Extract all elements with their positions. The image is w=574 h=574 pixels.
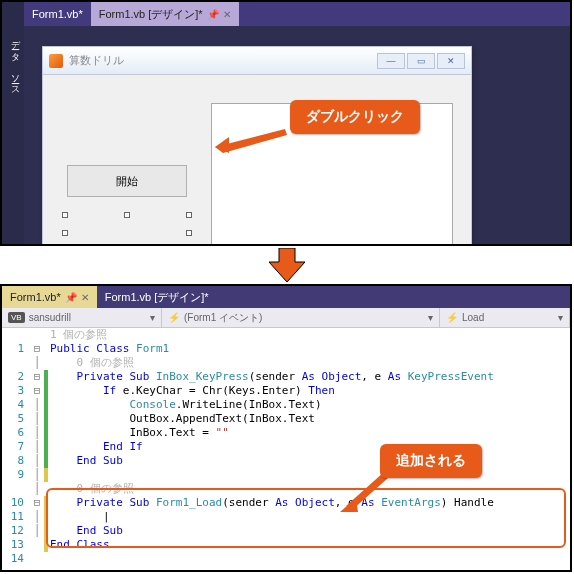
start-button[interactable]: 開始 [67,165,187,197]
tab-form1-design-bot[interactable]: Form1.vb [デザイン]* [97,286,217,308]
close-window-icon[interactable]: ✕ [437,53,465,69]
collapsed-toolbars: データ ソース サーバー エクスプローラー ツールボ [2,26,24,246]
document-tabs-top: Form1.vb* Form1.vb [デザイン]* 📌 ✕ [2,2,570,26]
designer-panel: Form1.vb* Form1.vb [デザイン]* 📌 ✕ データ ソース サ… [0,0,572,246]
tab-form1-design[interactable]: Form1.vb [デザイン]* 📌 ✕ [91,2,239,26]
form-titlebar: 算数ドリル — ▭ ✕ [43,47,471,75]
svg-marker-4 [340,498,358,512]
navigation-bar: VBsansudrill▾ ⚡(Form1 イベント)▾ ⚡Load▾ [2,308,570,328]
design-surface[interactable]: 算数ドリル — ▭ ✕ 開始 [24,26,570,244]
close-icon[interactable]: ✕ [223,9,231,20]
bolt-icon: ⚡ [446,312,458,323]
selection-handles [65,215,189,246]
close-icon[interactable]: ✕ [81,292,89,303]
maximize-icon[interactable]: ▭ [407,53,435,69]
document-tabs-bot: Form1.vb* 📌 ✕ Form1.vb [デザイン]* [2,286,570,308]
code-editor-panel: Form1.vb* 📌 ✕ Form1.vb [デザイン]* VBsansudr… [0,284,572,572]
callout-arrow-icon [215,127,295,153]
svg-marker-2 [269,248,305,282]
callout-added: 追加される [380,444,482,478]
scope-selector[interactable]: ⚡(Form1 イベント)▾ [162,308,440,327]
flow-arrow-icon [269,248,305,284]
class-selector[interactable]: VBsansudrill▾ [2,308,162,327]
sidebar-data-source[interactable]: データ ソース [7,30,24,246]
bolt-icon: ⚡ [168,312,180,323]
tab-form1-code[interactable]: Form1.vb* [24,2,91,26]
pin-icon[interactable]: 📌 [207,9,219,20]
tab-form1-code-bot[interactable]: Form1.vb* 📌 ✕ [2,286,97,308]
code-editor[interactable]: 1 個の参照 1⊟Public Class Form1 │ 0 個の参照 2⊟ … [2,328,570,572]
minimize-icon[interactable]: — [377,53,405,69]
pin-icon[interactable]: 📌 [65,292,77,303]
callout-doubleclick: ダブルクリック [290,100,420,134]
event-selector[interactable]: ⚡Load▾ [440,308,570,327]
form-icon [49,54,63,68]
form-title: 算数ドリル [69,53,377,68]
